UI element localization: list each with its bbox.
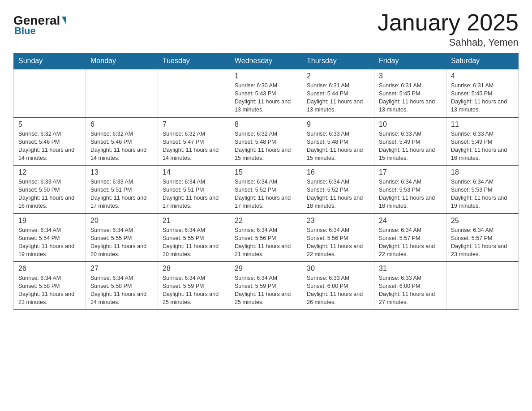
calendar-cell: 5Sunrise: 6:32 AM Sunset: 5:46 PM Daylig… [14, 117, 86, 166]
day-info: Sunrise: 6:34 AM Sunset: 5:56 PM Dayligh… [235, 226, 297, 259]
col-header-tuesday: Tuesday [158, 53, 230, 69]
day-info: Sunrise: 6:34 AM Sunset: 5:54 PM Dayligh… [18, 226, 81, 259]
day-info: Sunrise: 6:34 AM Sunset: 5:55 PM Dayligh… [163, 226, 225, 259]
calendar-cell: 20Sunrise: 6:34 AM Sunset: 5:55 PM Dayli… [86, 214, 158, 262]
calendar-cell: 31Sunrise: 6:33 AM Sunset: 6:00 PM Dayli… [374, 261, 446, 310]
calendar-week-row: 19Sunrise: 6:34 AM Sunset: 5:54 PM Dayli… [14, 214, 519, 262]
day-info: Sunrise: 6:34 AM Sunset: 5:53 PM Dayligh… [451, 178, 514, 210]
day-info: Sunrise: 6:34 AM Sunset: 5:52 PM Dayligh… [235, 178, 297, 210]
calendar-cell: 22Sunrise: 6:34 AM Sunset: 5:56 PM Dayli… [230, 214, 302, 262]
day-number: 23 [307, 217, 369, 225]
day-info: Sunrise: 6:32 AM Sunset: 5:46 PM Dayligh… [18, 130, 81, 163]
day-info: Sunrise: 6:33 AM Sunset: 6:00 PM Dayligh… [307, 274, 369, 307]
logo-arrow-icon [62, 17, 66, 25]
calendar-cell: 12Sunrise: 6:33 AM Sunset: 5:50 PM Dayli… [14, 165, 86, 214]
logo: General Blue [13, 13, 66, 37]
day-info: Sunrise: 6:31 AM Sunset: 5:45 PM Dayligh… [451, 81, 514, 114]
day-number: 30 [307, 265, 369, 273]
calendar-cell [446, 261, 519, 310]
calendar-cell: 26Sunrise: 6:34 AM Sunset: 5:58 PM Dayli… [14, 261, 86, 310]
day-number: 8 [235, 120, 297, 128]
day-info: Sunrise: 6:34 AM Sunset: 5:57 PM Dayligh… [451, 226, 514, 259]
calendar-cell: 18Sunrise: 6:34 AM Sunset: 5:53 PM Dayli… [446, 165, 519, 214]
col-header-wednesday: Wednesday [230, 53, 302, 69]
calendar-cell: 23Sunrise: 6:34 AM Sunset: 5:56 PM Dayli… [302, 214, 374, 262]
day-number: 19 [18, 217, 81, 225]
location-title: Sahhab, Yemen [378, 37, 519, 48]
calendar-cell: 29Sunrise: 6:34 AM Sunset: 5:59 PM Dayli… [230, 261, 302, 310]
day-info: Sunrise: 6:34 AM Sunset: 5:55 PM Dayligh… [90, 226, 153, 259]
calendar-week-row: 26Sunrise: 6:34 AM Sunset: 5:58 PM Dayli… [14, 261, 519, 310]
page-header: General Blue January 2025 Sahhab, Yemen [13, 9, 519, 48]
day-info: Sunrise: 6:34 AM Sunset: 5:58 PM Dayligh… [90, 274, 153, 307]
logo-blue-text: Blue [14, 25, 36, 37]
calendar-cell: 7Sunrise: 6:32 AM Sunset: 5:47 PM Daylig… [158, 117, 230, 166]
day-number: 22 [235, 217, 297, 225]
day-info: Sunrise: 6:34 AM Sunset: 5:59 PM Dayligh… [163, 274, 225, 307]
day-number: 20 [90, 217, 153, 225]
calendar-header-row: SundayMondayTuesdayWednesdayThursdayFrid… [14, 53, 519, 69]
day-number: 24 [379, 217, 442, 225]
col-header-friday: Friday [374, 53, 446, 69]
calendar-cell: 28Sunrise: 6:34 AM Sunset: 5:59 PM Dayli… [158, 261, 230, 310]
day-number: 17 [379, 168, 442, 176]
title-section: January 2025 Sahhab, Yemen [378, 9, 519, 48]
calendar-cell: 25Sunrise: 6:34 AM Sunset: 5:57 PM Dayli… [446, 214, 519, 262]
month-title: January 2025 [378, 9, 519, 36]
col-header-thursday: Thursday [302, 53, 374, 69]
calendar-cell: 1Sunrise: 6:30 AM Sunset: 5:43 PM Daylig… [230, 69, 302, 117]
calendar-cell: 30Sunrise: 6:33 AM Sunset: 6:00 PM Dayli… [302, 261, 374, 310]
day-number: 10 [379, 120, 442, 128]
day-number: 11 [451, 120, 514, 128]
calendar-cell: 11Sunrise: 6:33 AM Sunset: 5:49 PM Dayli… [446, 117, 519, 166]
day-number: 7 [163, 120, 225, 128]
calendar-cell: 24Sunrise: 6:34 AM Sunset: 5:57 PM Dayli… [374, 214, 446, 262]
col-header-monday: Monday [86, 53, 158, 69]
calendar-cell: 17Sunrise: 6:34 AM Sunset: 5:53 PM Dayli… [374, 165, 446, 214]
day-info: Sunrise: 6:34 AM Sunset: 5:51 PM Dayligh… [163, 178, 225, 210]
calendar-cell: 19Sunrise: 6:34 AM Sunset: 5:54 PM Dayli… [14, 214, 86, 262]
day-number: 5 [18, 120, 81, 128]
day-info: Sunrise: 6:34 AM Sunset: 5:56 PM Dayligh… [307, 226, 369, 259]
col-header-saturday: Saturday [446, 53, 519, 69]
day-number: 21 [163, 217, 225, 225]
day-info: Sunrise: 6:33 AM Sunset: 6:00 PM Dayligh… [379, 274, 442, 307]
day-number: 6 [90, 120, 153, 128]
calendar-cell: 13Sunrise: 6:33 AM Sunset: 5:51 PM Dayli… [86, 165, 158, 214]
day-info: Sunrise: 6:33 AM Sunset: 5:51 PM Dayligh… [90, 178, 153, 210]
day-info: Sunrise: 6:33 AM Sunset: 5:50 PM Dayligh… [18, 178, 81, 210]
col-header-sunday: Sunday [14, 53, 86, 69]
day-number: 1 [235, 72, 297, 80]
day-number: 31 [379, 265, 442, 273]
day-info: Sunrise: 6:34 AM Sunset: 5:53 PM Dayligh… [379, 178, 442, 210]
day-number: 9 [307, 120, 369, 128]
calendar-week-row: 1Sunrise: 6:30 AM Sunset: 5:43 PM Daylig… [14, 69, 519, 117]
day-number: 25 [451, 217, 514, 225]
day-info: Sunrise: 6:32 AM Sunset: 5:48 PM Dayligh… [235, 130, 297, 163]
day-info: Sunrise: 6:34 AM Sunset: 5:57 PM Dayligh… [379, 226, 442, 259]
calendar-table: SundayMondayTuesdayWednesdayThursdayFrid… [13, 53, 519, 310]
day-number: 27 [90, 265, 153, 273]
day-number: 12 [18, 168, 81, 176]
day-number: 14 [163, 168, 225, 176]
calendar-cell: 21Sunrise: 6:34 AM Sunset: 5:55 PM Dayli… [158, 214, 230, 262]
calendar-cell: 14Sunrise: 6:34 AM Sunset: 5:51 PM Dayli… [158, 165, 230, 214]
calendar-cell [86, 69, 158, 117]
day-number: 29 [235, 265, 297, 273]
day-info: Sunrise: 6:33 AM Sunset: 5:49 PM Dayligh… [451, 130, 514, 163]
day-number: 18 [451, 168, 514, 176]
day-info: Sunrise: 6:32 AM Sunset: 5:47 PM Dayligh… [163, 130, 225, 163]
day-number: 15 [235, 168, 297, 176]
day-number: 4 [451, 72, 514, 80]
day-info: Sunrise: 6:33 AM Sunset: 5:48 PM Dayligh… [307, 130, 369, 163]
calendar-cell: 10Sunrise: 6:33 AM Sunset: 5:49 PM Dayli… [374, 117, 446, 166]
day-number: 28 [163, 265, 225, 273]
calendar-cell: 3Sunrise: 6:31 AM Sunset: 5:45 PM Daylig… [374, 69, 446, 117]
day-number: 16 [307, 168, 369, 176]
day-info: Sunrise: 6:33 AM Sunset: 5:49 PM Dayligh… [379, 130, 442, 163]
calendar-cell: 4Sunrise: 6:31 AM Sunset: 5:45 PM Daylig… [446, 69, 519, 117]
calendar-cell: 9Sunrise: 6:33 AM Sunset: 5:48 PM Daylig… [302, 117, 374, 166]
day-info: Sunrise: 6:34 AM Sunset: 5:58 PM Dayligh… [18, 274, 81, 307]
calendar-cell [14, 69, 86, 117]
day-info: Sunrise: 6:34 AM Sunset: 5:59 PM Dayligh… [235, 274, 297, 307]
